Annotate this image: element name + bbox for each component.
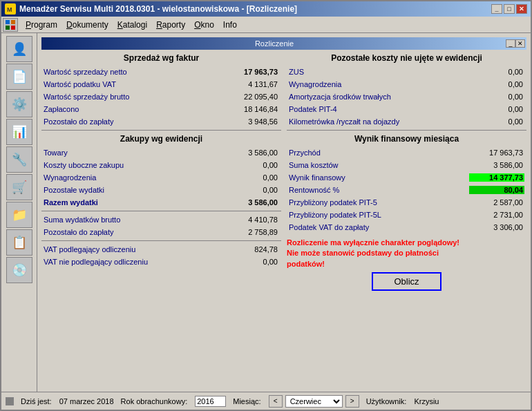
main-area: 👤 📄 ⚙️ 📊 🔧 🛒 📁 📋 💿 Rozliczenie _ ✕ (1, 33, 531, 392)
menu-dokumenty[interactable]: Dokumenty (62, 19, 113, 31)
warning-text: Rozliczenie ma wyłącznie charakter poglą… (287, 238, 526, 269)
purchases-row-2: Wynagrodzenia 0,00 (41, 171, 281, 184)
purchases-brutto-value: 4 410,78 (224, 216, 279, 224)
month-next-button[interactable]: > (345, 395, 359, 408)
sales-label-0: Wartość sprzedaży netto (44, 68, 224, 76)
financial-value-0: 17 963,73 (469, 149, 524, 157)
sales-row-1: Wartość podatku VAT 4 131,67 (41, 78, 281, 90)
financial-label-1: Suma kosztów (289, 161, 469, 169)
close-button[interactable]: ✕ (516, 4, 527, 14)
financial-value-1: 3 586,00 (469, 161, 524, 169)
other-row-3: Podatek PIT-4 0,00 (287, 103, 526, 115)
financial-section-title: Wynik finansowy miesiąca (287, 133, 526, 145)
two-column-layout: Sprzedaż wg faktur Wartość sprzedaży net… (41, 52, 526, 294)
sales-row-3: Zapłacono 18 146,84 (41, 103, 281, 115)
warning-line-2: Nie może stanowić podstawy do płatności (287, 248, 526, 258)
divider-right-1 (287, 130, 526, 131)
title-bar: M Menadżer Serwisu Multi 2018.0301 - wie… (1, 1, 531, 17)
sales-label-3: Zapłacono (44, 105, 224, 113)
year-input[interactable] (195, 396, 226, 407)
user-value: Krzysiu (414, 397, 439, 405)
financial-row-0: Przychód 17 963,73 (287, 146, 526, 159)
financial-value-4: 2 587,00 (469, 198, 524, 207)
month-select[interactable]: Styczeń Luty Marzec Kwiecień Maj Czerwie… (285, 395, 343, 408)
status-led-item (6, 397, 14, 405)
divider-3 (41, 240, 281, 241)
sidebar-icon-cart[interactable]: 🛒 (6, 174, 32, 200)
financial-label-5: Przybliżony podatek PIT-5L (289, 211, 469, 219)
sidebar-icon-folder[interactable]: 📁 (6, 202, 32, 228)
menu-program[interactable]: Program (21, 19, 61, 31)
financial-row-4: Przybliżony podatek PIT-5 2 587,00 (287, 196, 526, 209)
financial-value-3: 80,04 (469, 186, 524, 194)
year-item: Rok obrachunkowy: (121, 396, 227, 407)
warning-line-1: Rozliczenie ma wyłącznie charakter poglą… (287, 238, 526, 248)
svg-text:M: M (7, 6, 12, 13)
sidebar-icon-doc[interactable]: 📄 (6, 64, 32, 90)
purchases-value-total: 3 586,00 (224, 198, 279, 207)
user-label: Użytkownik: (366, 397, 407, 405)
inner-minimize-button[interactable]: _ (506, 39, 515, 48)
other-value-3: 0,00 (469, 105, 524, 113)
menu-okno[interactable]: Okno (190, 19, 218, 31)
other-costs-title: Pozostałe koszty nie ujęte w ewidencji (287, 52, 526, 64)
window-icon: M (5, 3, 16, 15)
month-label: Miesiąc: (233, 397, 260, 405)
user-item: Użytkownik: Krzysiu (366, 397, 439, 405)
minimize-button[interactable]: _ (491, 4, 502, 14)
sales-value-0: 17 963,73 (224, 68, 279, 76)
purchases-label-3: Pozostałe wydatki (44, 186, 224, 194)
purchases-label-2: Wynagrodzenia (44, 173, 224, 182)
purchases-value-1: 0,00 (224, 161, 279, 169)
month-item: Miesiąc: < Styczeń Luty Marzec Kwiecień … (233, 395, 359, 408)
other-row-1: Wynagrodzenia 0,00 (287, 78, 526, 90)
sales-section-title: Sprzedaż wg faktur (41, 52, 281, 64)
financial-label-0: Przychód (289, 149, 469, 157)
content-area: Rozliczenie _ ✕ Sprzedaż wg faktur Warto… (37, 33, 531, 392)
year-label: Rok obrachunkowy: (121, 397, 188, 405)
inner-close-button[interactable]: ✕ (515, 39, 525, 48)
other-label-0: ZUS (289, 68, 469, 76)
other-value-4: 0,00 (469, 117, 524, 126)
sales-value-3: 18 146,84 (224, 105, 279, 113)
sales-label-2: Wartość sprzedaży brutto (44, 93, 224, 101)
purchases-section-title: Zakupy wg ewidencji (41, 133, 281, 145)
svg-rect-5 (6, 26, 10, 30)
vat-label-1: VAT nie podlegający odliczeniu (44, 258, 224, 266)
menu-bar: Program Dokumenty Katalogi Raporty Okno … (1, 17, 531, 33)
sidebar-icon-user[interactable]: 👤 (6, 36, 32, 62)
date-item: Dziś jest: 07 marzec 2018 (21, 397, 114, 405)
sidebar-icon-wrench[interactable]: 🔧 (6, 146, 32, 173)
sidebar-icon-gear[interactable]: ⚙️ (6, 91, 32, 117)
sidebar: 👤 📄 ⚙️ 📊 🔧 🛒 📁 📋 💿 (1, 33, 37, 392)
inner-window-title: Rozliczenie (43, 39, 506, 48)
oblicz-button[interactable]: Oblicz (372, 272, 441, 291)
financial-row-1: Suma kosztów 3 586,00 (287, 159, 526, 171)
financial-row-2: Wynik finansowy 14 377,73 (287, 171, 526, 184)
month-prev-button[interactable]: < (269, 395, 283, 408)
sidebar-icon-disk[interactable]: 💿 (6, 257, 32, 283)
sales-value-1: 4 131,67 (224, 80, 279, 88)
purchases-remaining-row: Pozostało do zapłaty 2 758,89 (41, 226, 281, 238)
other-label-3: Podatek PIT-4 (289, 105, 469, 113)
vat-row-0: VAT podlegający odliczeniu 824,78 (41, 243, 281, 256)
financial-row-3: Rentowność % 80,04 (287, 184, 526, 196)
warning-line-3: podatków! (287, 259, 526, 269)
other-value-1: 0,00 (469, 80, 524, 88)
svg-rect-3 (6, 20, 10, 24)
menu-katalogi[interactable]: Katalogi (113, 19, 151, 31)
menu-raporty[interactable]: Raporty (152, 19, 189, 31)
other-row-2: Amortyzacja środków trwałych 0,00 (287, 90, 526, 103)
sidebar-icon-chart[interactable]: 📊 (6, 119, 32, 145)
status-led (6, 397, 14, 405)
date-value: 07 marzec 2018 (59, 397, 114, 405)
financial-value-5: 2 731,00 (469, 211, 524, 219)
sidebar-icon-clipboard[interactable]: 📋 (6, 229, 32, 256)
svg-rect-6 (11, 26, 15, 30)
other-row-4: Kilometrówka /ryczałt na dojazdy 0,00 (287, 115, 526, 128)
maximize-button[interactable]: □ (504, 4, 515, 14)
menu-info[interactable]: Info (219, 19, 241, 31)
purchases-remaining-value: 2 758,89 (224, 228, 279, 236)
financial-value-6: 3 306,00 (469, 223, 524, 231)
sales-value-4: 3 948,56 (224, 117, 279, 126)
